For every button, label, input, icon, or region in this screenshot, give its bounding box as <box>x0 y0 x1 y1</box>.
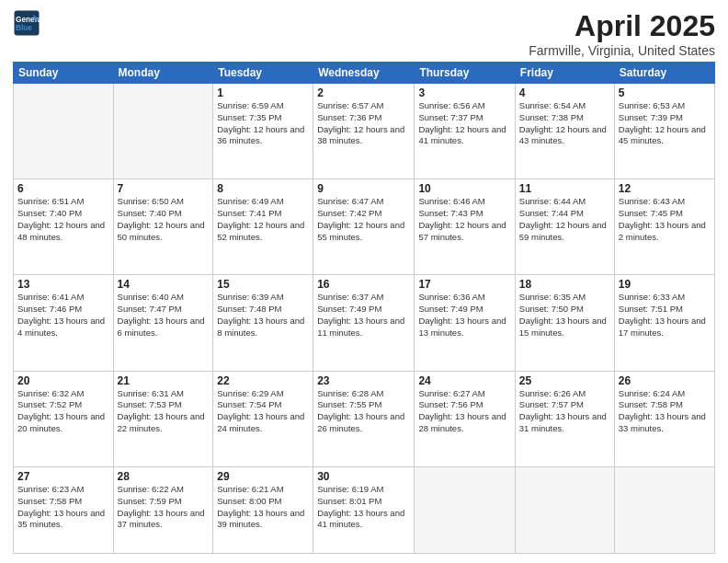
day-info: Sunrise: 6:26 AM Sunset: 7:57 PM Dayligh… <box>519 388 610 435</box>
day-info: Sunrise: 6:33 AM Sunset: 7:51 PM Dayligh… <box>619 292 711 339</box>
day-info: Sunrise: 6:23 AM Sunset: 7:58 PM Dayligh… <box>17 484 109 531</box>
day-cell: 15Sunrise: 6:39 AM Sunset: 7:48 PM Dayli… <box>213 275 313 371</box>
day-number: 12 <box>619 182 711 195</box>
day-info: Sunrise: 6:49 AM Sunset: 7:41 PM Dayligh… <box>217 196 309 243</box>
day-info: Sunrise: 6:57 AM Sunset: 7:36 PM Dayligh… <box>317 100 410 147</box>
day-info: Sunrise: 6:28 AM Sunset: 7:55 PM Dayligh… <box>317 388 410 435</box>
day-cell: 28Sunrise: 6:22 AM Sunset: 7:59 PM Dayli… <box>113 466 213 553</box>
day-cell <box>113 84 213 179</box>
day-info: Sunrise: 6:51 AM Sunset: 7:40 PM Dayligh… <box>17 196 109 243</box>
day-cell: 17Sunrise: 6:36 AM Sunset: 7:49 PM Dayli… <box>415 275 515 371</box>
day-cell: 19Sunrise: 6:33 AM Sunset: 7:51 PM Dayli… <box>614 275 714 371</box>
day-cell: 9Sunrise: 6:47 AM Sunset: 7:42 PM Daylig… <box>313 179 415 275</box>
week-row-1: 1Sunrise: 6:59 AM Sunset: 7:35 PM Daylig… <box>14 84 715 179</box>
day-info: Sunrise: 6:29 AM Sunset: 7:54 PM Dayligh… <box>217 388 309 435</box>
day-number: 30 <box>317 470 410 483</box>
day-number: 21 <box>118 374 210 387</box>
day-info: Sunrise: 6:27 AM Sunset: 7:56 PM Dayligh… <box>418 388 510 435</box>
day-number: 14 <box>118 278 210 291</box>
location-title: Farmville, Virginia, United States <box>529 43 715 58</box>
day-number: 16 <box>317 278 410 291</box>
day-cell: 4Sunrise: 6:54 AM Sunset: 7:38 PM Daylig… <box>515 84 614 179</box>
day-info: Sunrise: 6:32 AM Sunset: 7:52 PM Dayligh… <box>17 388 109 435</box>
week-row-5: 27Sunrise: 6:23 AM Sunset: 7:58 PM Dayli… <box>14 466 715 553</box>
day-cell: 8Sunrise: 6:49 AM Sunset: 7:41 PM Daylig… <box>213 179 313 275</box>
day-cell: 5Sunrise: 6:53 AM Sunset: 7:39 PM Daylig… <box>614 84 714 179</box>
day-number: 7 <box>118 182 210 195</box>
month-title: April 2025 <box>529 9 715 43</box>
day-cell: 3Sunrise: 6:56 AM Sunset: 7:37 PM Daylig… <box>415 84 515 179</box>
day-number: 25 <box>519 374 610 387</box>
day-cell: 10Sunrise: 6:46 AM Sunset: 7:43 PM Dayli… <box>415 179 515 275</box>
day-info: Sunrise: 6:37 AM Sunset: 7:49 PM Dayligh… <box>317 292 410 339</box>
day-cell: 27Sunrise: 6:23 AM Sunset: 7:58 PM Dayli… <box>14 466 114 553</box>
day-cell: 7Sunrise: 6:50 AM Sunset: 7:40 PM Daylig… <box>113 179 213 275</box>
day-info: Sunrise: 6:24 AM Sunset: 7:58 PM Dayligh… <box>619 388 711 435</box>
day-cell: 1Sunrise: 6:59 AM Sunset: 7:35 PM Daylig… <box>213 84 313 179</box>
day-info: Sunrise: 6:59 AM Sunset: 7:35 PM Dayligh… <box>217 100 309 147</box>
logo-icon: General Blue <box>13 9 40 37</box>
day-cell: 23Sunrise: 6:28 AM Sunset: 7:55 PM Dayli… <box>313 371 415 466</box>
day-cell <box>614 466 714 553</box>
day-number: 15 <box>217 278 309 291</box>
day-info: Sunrise: 6:21 AM Sunset: 8:00 PM Dayligh… <box>217 484 309 531</box>
day-number: 29 <box>217 470 309 483</box>
day-info: Sunrise: 6:47 AM Sunset: 7:42 PM Dayligh… <box>317 196 410 243</box>
day-number: 1 <box>217 86 309 99</box>
day-cell <box>14 84 114 179</box>
day-number: 2 <box>317 86 410 99</box>
day-info: Sunrise: 6:22 AM Sunset: 7:59 PM Dayligh… <box>118 484 210 531</box>
day-info: Sunrise: 6:56 AM Sunset: 7:37 PM Dayligh… <box>418 100 510 147</box>
day-cell: 24Sunrise: 6:27 AM Sunset: 7:56 PM Dayli… <box>415 371 515 466</box>
day-cell: 30Sunrise: 6:19 AM Sunset: 8:01 PM Dayli… <box>313 466 415 553</box>
day-cell <box>515 466 614 553</box>
svg-text:Blue: Blue <box>16 24 32 32</box>
day-number: 26 <box>619 374 711 387</box>
day-number: 8 <box>217 182 309 195</box>
day-cell: 25Sunrise: 6:26 AM Sunset: 7:57 PM Dayli… <box>515 371 614 466</box>
day-number: 28 <box>118 470 210 483</box>
header-cell-sunday: Sunday <box>14 63 114 84</box>
day-info: Sunrise: 6:46 AM Sunset: 7:43 PM Dayligh… <box>418 196 510 243</box>
header-cell-friday: Friday <box>515 63 614 84</box>
day-info: Sunrise: 6:54 AM Sunset: 7:38 PM Dayligh… <box>519 100 610 147</box>
day-number: 22 <box>217 374 309 387</box>
header-row: SundayMondayTuesdayWednesdayThursdayFrid… <box>14 63 715 84</box>
header-cell-saturday: Saturday <box>614 63 714 84</box>
title-section: April 2025 Farmville, Virginia, United S… <box>529 9 715 58</box>
day-info: Sunrise: 6:19 AM Sunset: 8:01 PM Dayligh… <box>317 484 410 531</box>
header: General Blue April 2025 Farmville, Virgi… <box>13 9 715 58</box>
day-info: Sunrise: 6:31 AM Sunset: 7:53 PM Dayligh… <box>118 388 210 435</box>
day-info: Sunrise: 6:43 AM Sunset: 7:45 PM Dayligh… <box>619 196 711 243</box>
header-cell-thursday: Thursday <box>415 63 515 84</box>
day-number: 3 <box>418 86 510 99</box>
week-row-2: 6Sunrise: 6:51 AM Sunset: 7:40 PM Daylig… <box>14 179 715 275</box>
day-cell: 26Sunrise: 6:24 AM Sunset: 7:58 PM Dayli… <box>614 371 714 466</box>
day-info: Sunrise: 6:50 AM Sunset: 7:40 PM Dayligh… <box>118 196 210 243</box>
day-number: 5 <box>619 86 711 99</box>
day-number: 18 <box>519 278 610 291</box>
day-info: Sunrise: 6:39 AM Sunset: 7:48 PM Dayligh… <box>217 292 309 339</box>
header-cell-monday: Monday <box>113 63 213 84</box>
week-row-4: 20Sunrise: 6:32 AM Sunset: 7:52 PM Dayli… <box>14 371 715 466</box>
page: General Blue April 2025 Farmville, Virgi… <box>0 0 728 563</box>
day-cell: 12Sunrise: 6:43 AM Sunset: 7:45 PM Dayli… <box>614 179 714 275</box>
day-number: 10 <box>418 182 510 195</box>
day-number: 24 <box>418 374 510 387</box>
day-info: Sunrise: 6:53 AM Sunset: 7:39 PM Dayligh… <box>619 100 711 147</box>
header-cell-wednesday: Wednesday <box>313 63 415 84</box>
day-cell: 13Sunrise: 6:41 AM Sunset: 7:46 PM Dayli… <box>14 275 114 371</box>
day-info: Sunrise: 6:35 AM Sunset: 7:50 PM Dayligh… <box>519 292 610 339</box>
day-number: 4 <box>519 86 610 99</box>
day-cell: 21Sunrise: 6:31 AM Sunset: 7:53 PM Dayli… <box>113 371 213 466</box>
day-number: 27 <box>17 470 109 483</box>
day-number: 9 <box>317 182 410 195</box>
day-info: Sunrise: 6:40 AM Sunset: 7:47 PM Dayligh… <box>118 292 210 339</box>
day-cell: 20Sunrise: 6:32 AM Sunset: 7:52 PM Dayli… <box>14 371 114 466</box>
day-info: Sunrise: 6:36 AM Sunset: 7:49 PM Dayligh… <box>418 292 510 339</box>
day-cell: 11Sunrise: 6:44 AM Sunset: 7:44 PM Dayli… <box>515 179 614 275</box>
day-number: 6 <box>17 182 109 195</box>
day-number: 23 <box>317 374 410 387</box>
day-cell: 29Sunrise: 6:21 AM Sunset: 8:00 PM Dayli… <box>213 466 313 553</box>
day-number: 11 <box>519 182 610 195</box>
